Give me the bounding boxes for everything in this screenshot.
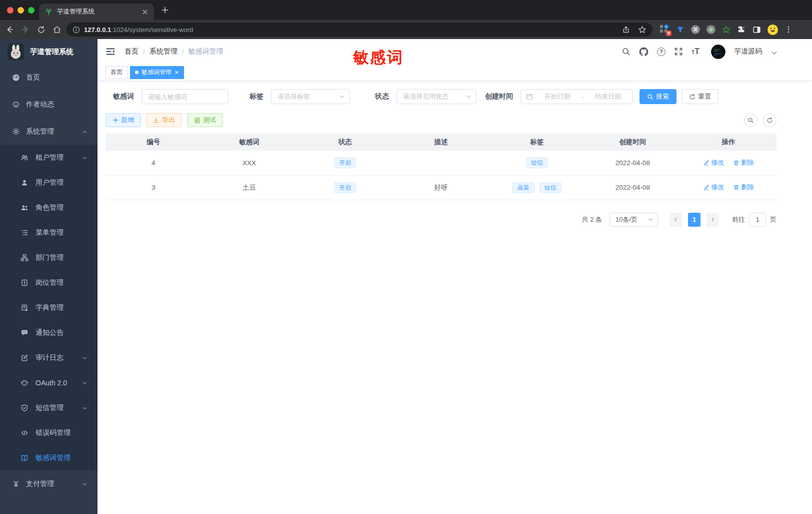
extension-badge: 9 — [666, 31, 672, 36]
tab-manager-extension-icon[interactable]: 9 — [660, 25, 670, 35]
sidebar-item-home[interactable]: 首页 — [0, 64, 98, 91]
tab-close-icon[interactable] — [174, 70, 179, 75]
sidebar-item-label: 角色管理 — [36, 203, 64, 212]
forward-button[interactable] — [21, 25, 30, 34]
recorder-extension-icon[interactable] — [706, 25, 716, 34]
delete-link[interactable]: 删除 — [733, 158, 754, 167]
browser-chrome: 芋道管理系统 127.0.0.1:1024/system/sensitive-w… — [0, 0, 812, 39]
sidebar-item-errcode[interactable]: 错误码管理 — [0, 420, 98, 445]
cell-word: 土豆 — [202, 175, 298, 200]
sidebar-toggle-icon[interactable] — [752, 26, 761, 34]
refresh-button[interactable] — [763, 114, 776, 127]
sidebar-item-role[interactable]: 角色管理 — [0, 195, 98, 220]
font-size-icon[interactable]: TT — [692, 47, 700, 56]
search-icon[interactable] — [622, 47, 630, 56]
funnel-extension-icon[interactable] — [676, 26, 684, 34]
site-info-icon[interactable] — [72, 26, 80, 34]
fullscreen-icon[interactable] — [674, 47, 683, 56]
browser-tab[interactable]: 芋道管理系统 — [39, 4, 154, 20]
sidebar-item-dict[interactable]: 字典管理 — [0, 295, 98, 320]
page-number-1[interactable]: 1 — [688, 213, 700, 227]
collapse-sidebar-icon[interactable] — [106, 47, 116, 57]
tab-home[interactable]: 首页 — [106, 66, 128, 79]
face-icon — [12, 101, 20, 109]
sidebar-item-menu[interactable]: 菜单管理 — [0, 220, 98, 245]
sidebar-item-label: 菜单管理 — [36, 228, 64, 237]
browser-toolbar: 127.0.0.1:1024/system/sensitive-word 9 ⌘ — [0, 20, 812, 39]
browser-menu-icon[interactable] — [784, 26, 792, 34]
sidebar-item-system[interactable]: 系统管理 — [0, 118, 98, 145]
puzzle-extensions-icon[interactable] — [737, 25, 746, 34]
sidebar-item-tenant[interactable]: 租户管理 — [0, 145, 98, 170]
status-badge: 开启 — [334, 157, 356, 168]
sidebar-item-dept[interactable]: 部门管理 — [0, 245, 98, 270]
export-button[interactable]: 导出 — [146, 113, 182, 127]
toggle-search-button[interactable] — [744, 114, 758, 127]
app-title: 芋道管理系统 — [30, 47, 74, 57]
home-button[interactable] — [52, 25, 62, 34]
sidebar-item-audit-log[interactable]: 审计日志 — [0, 345, 98, 370]
breadcrumb-home[interactable]: 首页 — [124, 47, 138, 56]
breadcrumb-system[interactable]: 系统管理 — [150, 47, 178, 56]
active-dot — [135, 71, 138, 74]
keyword-input[interactable] — [142, 89, 228, 104]
prev-page-button[interactable] — [670, 213, 682, 227]
user-avatar[interactable] — [711, 45, 726, 59]
calendar-icon — [526, 93, 533, 100]
star-extension-icon[interactable] — [722, 26, 730, 34]
tab-title: 芋道管理系统 — [57, 8, 142, 16]
caret-down-icon[interactable] — [772, 51, 777, 55]
chevron-down-icon — [82, 380, 88, 386]
add-button[interactable]: 新增 — [106, 113, 141, 127]
sidebar-item-notice[interactable]: 通知公告 — [0, 320, 98, 345]
sidebar-item-oauth[interactable]: OAuth 2.0 — [0, 370, 98, 395]
back-button[interactable] — [5, 25, 14, 34]
profile-avatar[interactable] — [768, 25, 778, 35]
command-extension-icon[interactable]: ⌘ — [691, 25, 700, 34]
page-content: 敏感词 标签 请选择标签 状态 请选择启用状态 创建时间 开始日期 - 结束日 — [98, 81, 812, 227]
reset-button[interactable]: 重置 — [682, 89, 718, 104]
tag-select[interactable]: 请选择标签 — [271, 89, 350, 104]
reload-button[interactable] — [37, 26, 46, 34]
page-size-select[interactable]: 10条/页 — [610, 213, 658, 227]
table-row: 3 土豆 开启 好呀 蔬菜 短信 2022-04-08 修改 删除 — [106, 175, 776, 200]
chevron-up-icon — [82, 129, 88, 135]
sidebar-item-user[interactable]: 用户管理 — [0, 170, 98, 195]
github-icon[interactable] — [639, 47, 648, 57]
close-window-button[interactable] — [7, 7, 14, 14]
sidebar-item-sms[interactable]: 短信管理 — [0, 395, 98, 420]
url-bar[interactable]: 127.0.0.1:1024/system/sensitive-word — [66, 23, 652, 37]
date-range-picker[interactable]: 开始日期 - 结束日期 — [520, 89, 633, 104]
goto-page-input[interactable] — [749, 213, 766, 227]
search-button[interactable]: 搜索 — [640, 89, 676, 104]
status-select[interactable]: 请选择启用状态 — [396, 89, 476, 104]
zoom-window-button[interactable] — [28, 7, 34, 14]
share-icon[interactable] — [622, 26, 630, 34]
extensions-row: 9 ⌘ — [660, 25, 792, 35]
tags-view-bar: 首页 敏感词管理 — [98, 64, 812, 81]
sidebar-item-label: 系统管理 — [26, 127, 54, 136]
username[interactable]: 芋道源码 — [734, 47, 762, 56]
status-label: 状态 — [375, 92, 389, 101]
delete-link[interactable]: 删除 — [733, 183, 754, 192]
help-icon[interactable]: ? — [657, 48, 666, 56]
cell-created: 2022-04-08 — [585, 175, 681, 200]
sidebar-item-author-news[interactable]: 作者动态 — [0, 91, 98, 118]
tag-chip: 蔬菜 — [512, 182, 534, 193]
edit-link[interactable]: 修改 — [703, 183, 724, 192]
sidebar-item-label: 审计日志 — [36, 353, 64, 362]
window-controls — [7, 7, 34, 14]
code-icon — [20, 429, 28, 437]
tab-close-icon[interactable] — [142, 9, 148, 15]
sidebar-item-post[interactable]: 岗位管理 — [0, 270, 98, 295]
minimize-window-button[interactable] — [18, 7, 24, 14]
next-page-button[interactable] — [706, 213, 719, 227]
new-tab-button[interactable] — [161, 6, 169, 14]
test-button[interactable]: 测试 — [187, 113, 223, 127]
sidebar-item-pay[interactable]: 支付管理 — [0, 470, 98, 497]
tab-sensitive-word[interactable]: 敏感词管理 — [130, 66, 184, 79]
sidebar-item-label: OAuth 2.0 — [36, 379, 67, 387]
edit-link[interactable]: 修改 — [703, 158, 724, 167]
bookmark-star-icon[interactable] — [638, 26, 646, 34]
sidebar-item-sensitive-word[interactable]: 敏感词管理 — [0, 445, 98, 470]
